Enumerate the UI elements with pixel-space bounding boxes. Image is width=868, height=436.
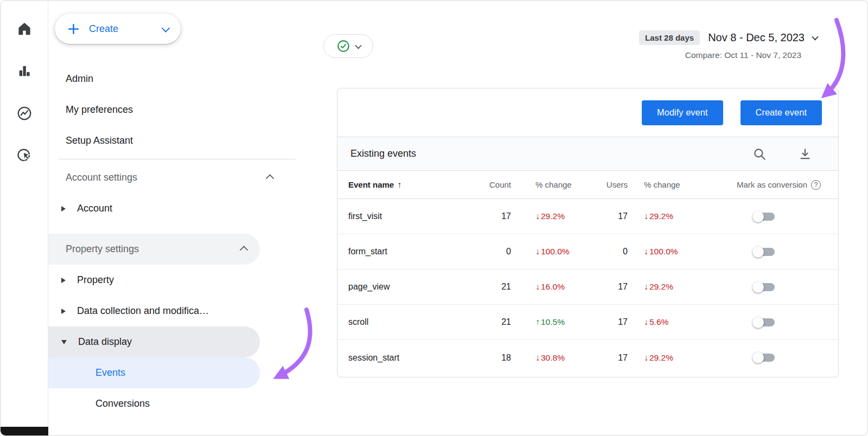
plus-icon xyxy=(67,22,80,36)
users-change-cell: ↓29.2% xyxy=(628,282,704,292)
date-range-selector[interactable]: Last 28 days Nov 8 - Dec 5, 2023 xyxy=(639,30,818,45)
users-change-cell: ↓29.2% xyxy=(628,211,704,221)
card-actions: Modify event Create event xyxy=(337,88,838,137)
change-arrow-icon: ↓ xyxy=(535,211,540,221)
mark-as-conversion-toggle[interactable] xyxy=(754,213,775,221)
nav-item-setup-assistant[interactable]: Setup Assistant xyxy=(48,125,260,156)
event-name-cell: session_start xyxy=(348,353,473,363)
create-button-label: Create xyxy=(89,23,118,35)
create-button[interactable]: Create xyxy=(55,14,181,44)
count-change-cell: ↓30.8% xyxy=(511,353,587,363)
help-icon[interactable]: ? xyxy=(811,180,821,190)
users-change-cell: ↓100.0% xyxy=(628,247,704,257)
count-change-cell: ↓16.0% xyxy=(511,282,587,292)
nav-item-data-collection[interactable]: Data collection and modifica… xyxy=(48,296,260,326)
count-cell: 21 xyxy=(473,282,511,292)
mark-as-conversion-toggle[interactable] xyxy=(754,248,775,256)
nav-item-events[interactable]: Events xyxy=(48,357,260,388)
reports-icon[interactable] xyxy=(16,62,33,80)
home-icon[interactable] xyxy=(16,20,33,37)
chevron-down-icon xyxy=(162,24,170,33)
sort-ascending-icon: ↑ xyxy=(397,180,401,190)
users-change-cell: ↓29.2% xyxy=(628,353,704,363)
chevron-down-icon xyxy=(812,34,819,41)
change-arrow-icon: ↑ xyxy=(535,317,540,327)
toggle-knob xyxy=(752,246,764,258)
expand-right-icon xyxy=(61,206,66,211)
date-preset-badge: Last 28 days xyxy=(639,30,700,45)
section-title: Existing events xyxy=(350,148,416,159)
event-name-cell: scroll xyxy=(348,317,473,327)
search-icon[interactable] xyxy=(752,147,767,161)
nav-item-admin[interactable]: Admin xyxy=(48,63,260,94)
arrow-to-create-event xyxy=(826,20,843,94)
modify-event-button[interactable]: Modify event xyxy=(642,100,723,125)
chevron-up-icon xyxy=(266,174,275,183)
count-cell: 18 xyxy=(473,353,511,363)
count-change-cell: ↑10.5% xyxy=(511,317,587,327)
admin-nav: Create Admin My preferences Setup Assist… xyxy=(48,1,305,435)
nav-item-data-display[interactable]: Data display xyxy=(48,326,260,357)
change-arrow-icon: ↓ xyxy=(644,353,648,363)
expand-right-icon xyxy=(61,309,66,314)
nav-item-account[interactable]: Account xyxy=(48,193,260,224)
change-arrow-icon: ↓ xyxy=(535,282,540,292)
create-event-button[interactable]: Create event xyxy=(741,100,822,125)
check-circle-icon xyxy=(336,39,350,53)
product-icon-rail xyxy=(1,1,48,435)
change-arrow-icon: ↓ xyxy=(535,353,540,363)
mark-as-conversion-toggle[interactable] xyxy=(754,283,775,291)
nav-divider xyxy=(59,159,296,159)
count-cell: 0 xyxy=(473,247,511,257)
column-header-mark-as-conversion: Mark as conversion ? xyxy=(704,180,827,190)
chevron-up-icon xyxy=(240,246,248,254)
users-cell: 0 xyxy=(587,247,628,257)
nav-item-my-preferences[interactable]: My preferences xyxy=(48,94,260,125)
change-arrow-icon: ↓ xyxy=(644,282,648,292)
users-cell: 17 xyxy=(587,317,628,327)
nav-spacer xyxy=(48,224,305,234)
event-name-cell: first_visit xyxy=(348,211,473,221)
change-arrow-icon: ↓ xyxy=(644,211,648,221)
download-icon[interactable] xyxy=(798,147,812,161)
nav-section-property-settings[interactable]: Property settings xyxy=(48,234,260,265)
change-arrow-icon: ↓ xyxy=(535,247,540,257)
nav-item-conversions[interactable]: Conversions xyxy=(48,388,260,419)
bottom-edge-strip xyxy=(1,427,48,435)
advertising-icon[interactable] xyxy=(16,147,33,164)
events-table-body: first_visit 17 ↓29.2% 17 ↓29.2% form_sta… xyxy=(337,199,838,375)
existing-events-header: Existing events xyxy=(337,137,838,171)
table-row: scroll 21 ↑10.5% 17 ↓5.6% xyxy=(337,305,838,340)
users-cell: 17 xyxy=(587,282,628,292)
table-header-row: Event name ↑ Count % change Users % chan… xyxy=(337,171,838,199)
nav-section-account-settings[interactable]: Account settings xyxy=(48,162,305,193)
date-range-area: Last 28 days Nov 8 - Dec 5, 2023 Compare… xyxy=(639,30,818,60)
nav-item-property[interactable]: Property xyxy=(48,265,260,296)
ga4-admin-events-page: Create Admin My preferences Setup Assist… xyxy=(0,0,868,436)
column-header-event-name[interactable]: Event name ↑ xyxy=(348,180,473,190)
table-row: session_start 18 ↓30.8% 17 ↓29.2% xyxy=(337,340,838,375)
column-header-users[interactable]: Users xyxy=(587,180,628,189)
chevron-down-icon xyxy=(355,42,362,49)
column-header-count-change: % change xyxy=(511,180,587,189)
table-row: page_view 21 ↓16.0% 17 ↓29.2% xyxy=(337,270,838,305)
users-change-cell: ↓5.6% xyxy=(628,317,704,327)
count-change-cell: ↓29.2% xyxy=(511,211,587,221)
event-name-cell: page_view xyxy=(348,282,473,292)
column-header-users-change: % change xyxy=(628,180,704,189)
toggle-knob xyxy=(752,352,764,363)
explore-icon[interactable] xyxy=(16,105,33,122)
date-range-label: Nov 8 - Dec 5, 2023 xyxy=(708,31,805,44)
mark-as-conversion-toggle[interactable] xyxy=(754,318,775,326)
table-row: first_visit 17 ↓29.2% 17 ↓29.2% xyxy=(337,199,838,234)
nav-list: Admin My preferences Setup Assistant Acc… xyxy=(48,63,305,419)
compare-range-label: Compare: Oct 11 - Nov 7, 2023 xyxy=(639,50,818,60)
event-name-cell: form_start xyxy=(348,247,473,257)
collection-status-chip[interactable] xyxy=(323,34,373,58)
column-header-count[interactable]: Count xyxy=(473,180,511,189)
count-cell: 17 xyxy=(473,211,511,221)
events-card: Modify event Create event Existing event… xyxy=(337,88,839,377)
mark-as-conversion-toggle[interactable] xyxy=(754,354,775,362)
expand-right-icon xyxy=(61,278,66,283)
count-change-cell: ↓100.0% xyxy=(511,247,587,257)
